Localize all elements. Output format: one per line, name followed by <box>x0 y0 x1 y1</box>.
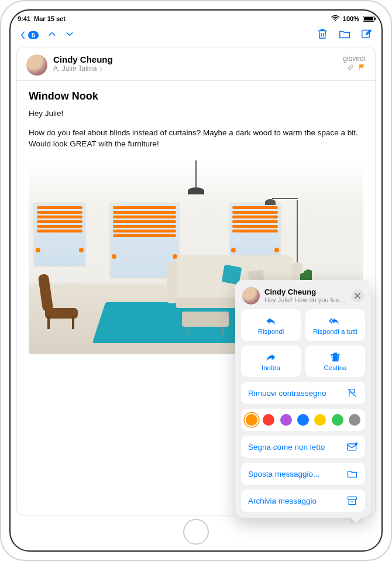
unread-badge: 5 <box>28 31 39 39</box>
forward-icon <box>265 352 277 362</box>
trash-icon <box>316 28 329 40</box>
to-prefix: A: <box>53 64 60 73</box>
svg-rect-4 <box>348 444 356 450</box>
status-time: 9:41 <box>18 15 30 22</box>
ipad-frame: 9:41 Mar 15 set 100% 5 <box>0 0 392 561</box>
sender-name[interactable]: Cindy Cheung <box>53 54 337 64</box>
archive-icon <box>346 495 358 506</box>
recipient-name: Julie Talma <box>62 64 97 73</box>
sheet-preview-text: Hey Julie! How do you feel ab... <box>264 296 346 303</box>
sheet-header: Cindy Cheung Hey Julie! How do you feel … <box>241 286 365 309</box>
flag-icon <box>357 64 366 71</box>
folder-icon <box>338 28 351 40</box>
compose-icon <box>360 28 373 40</box>
trash-button[interactable]: Cestina <box>305 346 365 377</box>
wifi-icon <box>331 15 339 22</box>
folder-outline-icon <box>346 468 358 479</box>
sender-avatar[interactable] <box>26 54 47 76</box>
flag-color-1[interactable] <box>263 414 274 426</box>
reply-button[interactable]: Rispondi <box>241 309 301 341</box>
chevron-left-icon <box>19 31 27 39</box>
next-message-button[interactable] <box>66 30 74 40</box>
mark-unread-label: Segna come non letto <box>248 443 325 451</box>
remove-flag-button[interactable]: Rimuovi contrassegno <box>241 382 365 404</box>
svg-rect-3 <box>333 353 337 354</box>
svg-point-5 <box>355 443 357 446</box>
recipient-line[interactable]: A: Julie Talma <box>53 64 337 73</box>
remove-flag-label: Rimuovi contrassegno <box>248 389 326 398</box>
move-message-button[interactable]: Sposta messaggio... <box>241 463 365 485</box>
message-header: Cindy Cheung A: Julie Talma giovedì <box>17 47 375 81</box>
flag-color-6[interactable] <box>349 414 360 426</box>
screen: 9:41 Mar 15 set 100% 5 <box>9 9 383 552</box>
action-sheet: Cindy Cheung Hey Julie! How do you feel … <box>235 280 371 518</box>
archive-message-button[interactable]: Archivia messaggio <box>241 490 365 512</box>
archive-message-label: Archivia messaggio <box>248 497 317 505</box>
status-date: Mar 15 set <box>34 15 66 22</box>
message-body: How do you feel about blinds instead of … <box>17 128 375 158</box>
sheet-avatar <box>242 287 260 305</box>
prev-message-button[interactable] <box>48 30 56 40</box>
chevron-right-icon <box>99 67 104 71</box>
svg-point-0 <box>335 20 336 21</box>
flag-color-2[interactable] <box>280 414 292 426</box>
chevron-up-icon <box>48 30 56 38</box>
close-icon <box>355 293 360 299</box>
trash-label: Cestina <box>324 364 347 371</box>
back-button[interactable]: 5 <box>19 31 39 39</box>
flag-color-row <box>241 409 365 431</box>
flag-color-3[interactable] <box>297 414 309 426</box>
flag-color-0[interactable] <box>246 414 257 426</box>
forward-button[interactable]: Inoltra <box>241 346 301 377</box>
sheet-close-button[interactable] <box>351 289 364 302</box>
delete-button[interactable] <box>316 28 329 43</box>
forward-label: Inoltra <box>262 364 280 371</box>
flag-color-5[interactable] <box>332 414 343 426</box>
message-date: giovedì <box>343 54 366 63</box>
flag-slash-icon <box>346 388 358 398</box>
compose-button[interactable] <box>360 28 373 43</box>
chevron-down-icon <box>66 30 74 38</box>
status-bar: 9:41 Mar 15 set 100% <box>11 13 381 25</box>
message-subject: Window Nook <box>17 81 375 108</box>
home-button[interactable] <box>183 519 209 545</box>
svg-rect-6 <box>348 497 357 499</box>
attachment-icon <box>347 64 354 71</box>
move-button[interactable] <box>338 28 351 43</box>
envelope-dot-icon <box>346 442 358 452</box>
reply-all-label: Rispondi a tutti <box>313 328 357 335</box>
mark-unread-button[interactable]: Segna come non letto <box>241 436 365 458</box>
sheet-sender-name: Cindy Cheung <box>264 288 346 296</box>
battery-icon <box>363 16 374 22</box>
reply-icon <box>265 316 277 326</box>
message-meta: giovedì <box>343 54 366 73</box>
reply-all-icon <box>329 316 341 326</box>
move-message-label: Sposta messaggio... <box>248 470 319 478</box>
mail-toolbar: 5 <box>11 25 381 46</box>
battery-percent: 100% <box>343 15 359 22</box>
trash-solid-icon <box>329 352 341 362</box>
reply-all-button[interactable]: Rispondi a tutti <box>305 309 365 341</box>
reply-label: Rispondi <box>258 328 284 335</box>
flag-color-4[interactable] <box>314 414 326 426</box>
svg-rect-2 <box>331 354 340 355</box>
sheet-pointer <box>350 516 362 524</box>
message-greeting: Hey Julie! <box>17 108 375 128</box>
